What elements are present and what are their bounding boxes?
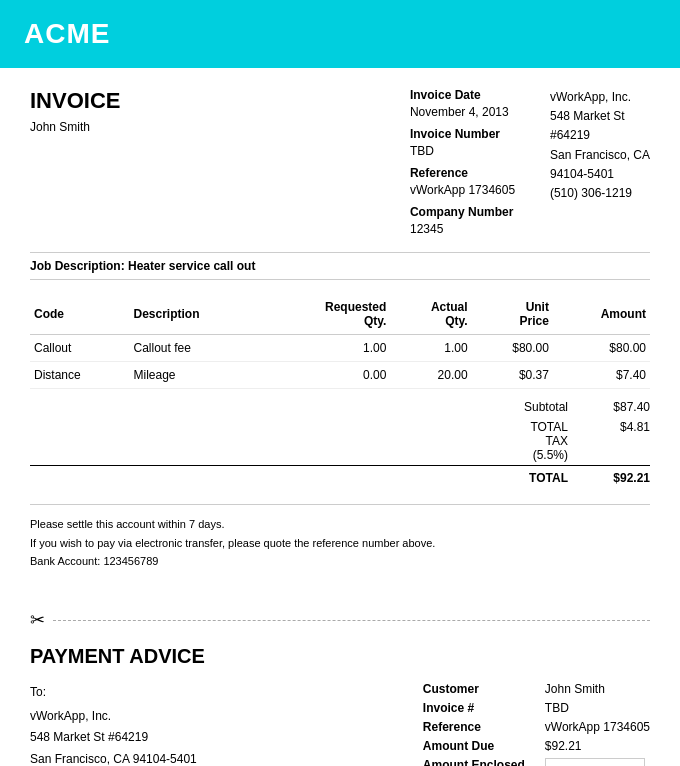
payment-amount-due-value: $92.21: [545, 739, 582, 753]
payment-reference-label: Reference: [423, 720, 533, 734]
invoice-right-section: Invoice Date November 4, 2013 Invoice Nu…: [410, 88, 650, 236]
invoice-date-label: Invoice Date: [410, 88, 520, 102]
col-description: Description: [129, 294, 264, 335]
table-body: Callout Callout fee 1.00 1.00 $80.00 $80…: [30, 335, 650, 389]
subtotal-row: Subtotal $87.40: [30, 397, 650, 417]
cell-description: Callout fee: [129, 335, 264, 362]
payment-customer-row: Customer John Smith: [423, 682, 650, 696]
footer-line3: Bank Account: 123456789: [30, 552, 650, 571]
company-addr-line2: 548 Market St: [550, 107, 650, 126]
subtotal-value: $87.40: [580, 400, 650, 414]
reference-value: vWorkApp 1734605: [410, 183, 520, 197]
company-number-value: 12345: [410, 222, 520, 236]
company-addr-line3: #64219: [550, 126, 650, 145]
invoice-date-value: November 4, 2013: [410, 105, 520, 119]
cell-req-qty: 1.00: [264, 335, 390, 362]
job-description-label: Job Description:: [30, 259, 125, 273]
dashed-line: [53, 620, 650, 621]
table-header: Code Description RequestedQty. ActualQty…: [30, 294, 650, 335]
footer-notes: Please settle this account within 7 days…: [30, 504, 650, 571]
payment-advice-body: To: vWorkApp, Inc. 548 Market St #64219 …: [30, 682, 650, 766]
company-number-label: Company Number: [410, 205, 520, 219]
cell-act-qty: 1.00: [390, 335, 471, 362]
client-name: John Smith: [30, 120, 120, 134]
col-act-qty: ActualQty.: [390, 294, 471, 335]
invoice-title-block: INVOICE John Smith: [30, 88, 120, 236]
table-row: Callout Callout fee 1.00 1.00 $80.00 $80…: [30, 335, 650, 362]
payment-meta: Customer John Smith Invoice # TBD Refere…: [423, 682, 650, 766]
tax-label: TOTALTAX(5.5%): [480, 420, 580, 462]
company-name: ACME: [24, 18, 656, 50]
total-row: TOTAL $92.21: [30, 465, 650, 488]
company-addr-line6: (510) 306-1219: [550, 184, 650, 203]
company-addr-line4: San Francisco, CA: [550, 146, 650, 165]
cut-line: ✂: [0, 609, 680, 631]
amount-enclosed-label: Amount Enclosed: [423, 758, 533, 766]
company-address: vWorkApp, Inc. 548 Market St #64219 San …: [550, 88, 650, 236]
payment-to: To: vWorkApp, Inc. 548 Market St #64219 …: [30, 682, 197, 766]
company-addr-line1: vWorkApp, Inc.: [550, 88, 650, 107]
company-addr-line5: 94104-5401: [550, 165, 650, 184]
invoice-number-label: Invoice Number: [410, 127, 520, 141]
cell-act-qty: 20.00: [390, 362, 471, 389]
payment-invoice-row: Invoice # TBD: [423, 701, 650, 715]
payment-to-line1: vWorkApp, Inc.: [30, 706, 197, 728]
footer-line1: Please settle this account within 7 days…: [30, 515, 650, 534]
invoice-body: INVOICE John Smith Invoice Date November…: [0, 68, 680, 591]
col-req-qty: RequestedQty.: [264, 294, 390, 335]
amount-enclosed-box[interactable]: [545, 758, 645, 766]
payment-amount-enclosed-row: Amount Enclosed: [423, 758, 650, 766]
invoice-top: INVOICE John Smith Invoice Date November…: [30, 88, 650, 236]
table-header-row: Code Description RequestedQty. ActualQty…: [30, 294, 650, 335]
invoice-title: INVOICE: [30, 88, 120, 114]
payment-to-line3: San Francisco, CA 94104-5401: [30, 749, 197, 766]
job-description: Job Description: Heater service call out: [30, 252, 650, 280]
cell-code: Distance: [30, 362, 129, 389]
payment-amount-due-label: Amount Due: [423, 739, 533, 753]
invoice-date-row: Invoice Date: [410, 88, 520, 102]
col-unit-price: UnitPrice: [472, 294, 553, 335]
tax-row: TOTALTAX(5.5%) $4.81: [30, 417, 650, 465]
cell-req-qty: 0.00: [264, 362, 390, 389]
to-label: To:: [30, 682, 197, 704]
payment-reference-value: vWorkApp 1734605: [545, 720, 650, 734]
cell-unit-price: $0.37: [472, 362, 553, 389]
items-table: Code Description RequestedQty. ActualQty…: [30, 294, 650, 389]
tax-value: $4.81: [580, 420, 650, 462]
col-code: Code: [30, 294, 129, 335]
payment-advice-section: PAYMENT ADVICE To: vWorkApp, Inc. 548 Ma…: [0, 645, 680, 766]
payment-amount-due-row: Amount Due $92.21: [423, 739, 650, 753]
footer-line2: If you wish to pay via electronic transf…: [30, 534, 650, 553]
payment-customer-value: John Smith: [545, 682, 605, 696]
job-description-value: Heater service call out: [128, 259, 255, 273]
cell-description: Mileage: [129, 362, 264, 389]
payment-invoice-value: TBD: [545, 701, 569, 715]
cell-amount: $7.40: [553, 362, 650, 389]
table-row: Distance Mileage 0.00 20.00 $0.37 $7.40: [30, 362, 650, 389]
payment-customer-label: Customer: [423, 682, 533, 696]
col-amount: Amount: [553, 294, 650, 335]
payment-to-line2: 548 Market St #64219: [30, 727, 197, 749]
scissors-icon: ✂: [30, 609, 45, 631]
invoice-number-row: Invoice Number: [410, 127, 520, 141]
header-bar: ACME: [0, 0, 680, 68]
company-number-row: Company Number: [410, 205, 520, 219]
invoice-meta-block: Invoice Date November 4, 2013 Invoice Nu…: [410, 88, 520, 236]
payment-invoice-label: Invoice #: [423, 701, 533, 715]
payment-reference-row: Reference vWorkApp 1734605: [423, 720, 650, 734]
reference-label: Reference: [410, 166, 520, 180]
cell-unit-price: $80.00: [472, 335, 553, 362]
totals-section: Subtotal $87.40 TOTALTAX(5.5%) $4.81 TOT…: [30, 397, 650, 488]
total-label: TOTAL: [480, 471, 580, 485]
reference-row: Reference: [410, 166, 520, 180]
invoice-number-value: TBD: [410, 144, 520, 158]
subtotal-label: Subtotal: [480, 400, 580, 414]
amount-enclosed-value: [545, 758, 645, 766]
total-value: $92.21: [580, 471, 650, 485]
payment-advice-title: PAYMENT ADVICE: [30, 645, 650, 668]
cell-amount: $80.00: [553, 335, 650, 362]
cell-code: Callout: [30, 335, 129, 362]
